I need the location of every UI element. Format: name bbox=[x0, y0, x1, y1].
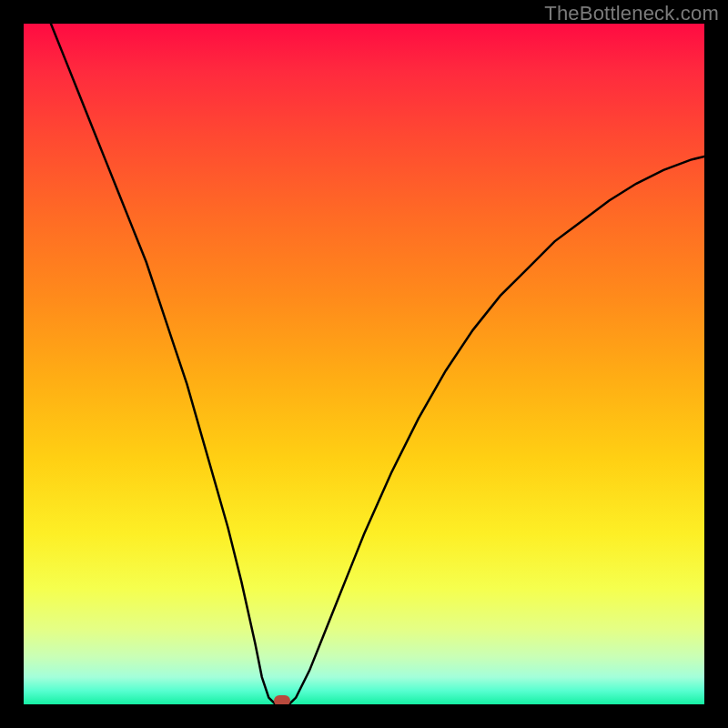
watermark-label: TheBottleneck.com bbox=[544, 2, 719, 25]
bottleneck-curve bbox=[51, 24, 704, 704]
optimum-marker bbox=[274, 695, 290, 704]
plot-area bbox=[24, 24, 704, 704]
chart-frame: TheBottleneck.com bbox=[0, 0, 728, 728]
curve-svg bbox=[24, 24, 704, 704]
